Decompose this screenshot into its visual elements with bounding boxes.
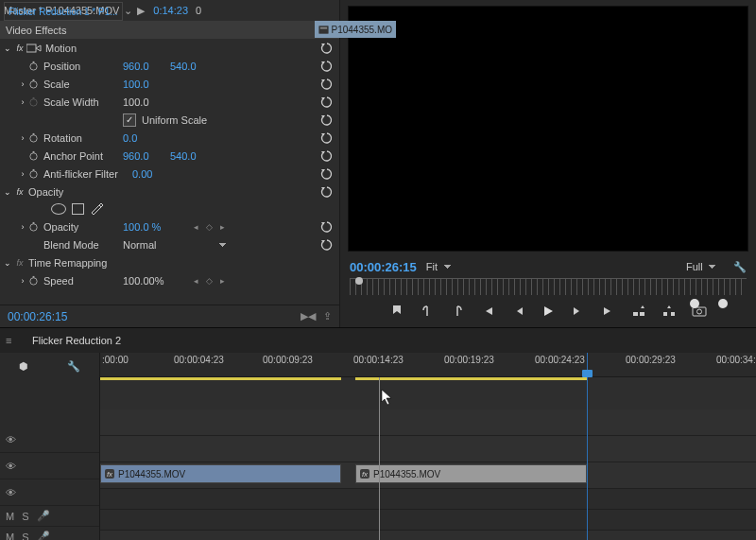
collapse-icon[interactable]: ⌄	[2, 258, 13, 268]
reset-icon[interactable]	[320, 185, 334, 199]
eye-icon[interactable]: 👁	[6, 487, 19, 498]
sequence-name[interactable]: Flicker Reduction 2	[32, 335, 121, 346]
video-track-v2[interactable]	[100, 436, 756, 462]
reset-icon[interactable]	[320, 60, 334, 73]
scale-value[interactable]: 100.0	[123, 78, 170, 90]
reset-icon[interactable]	[320, 78, 334, 91]
stopwatch-icon[interactable]	[28, 150, 42, 161]
expand-icon[interactable]: ›	[17, 276, 28, 286]
solo-toggle[interactable]: S	[22, 531, 28, 541]
collapse-icon[interactable]: ⌄	[2, 44, 13, 53]
mute-toggle[interactable]: M	[6, 531, 14, 541]
go-to-in-icon[interactable]	[479, 303, 496, 320]
video-track-v3[interactable]	[100, 409, 756, 436]
reset-icon[interactable]	[320, 149, 334, 163]
mute-toggle[interactable]: M	[6, 511, 14, 522]
ellipse-mask-icon[interactable]	[51, 203, 66, 215]
video-track-v1[interactable]: fx P1044355.MOV fx P1044355.MOV	[100, 462, 756, 489]
timeline-clip[interactable]: fx P1044355.MOV	[355, 464, 587, 483]
audio-track-header-a2[interactable]: M S 🎤	[0, 527, 99, 540]
header-timecode[interactable]: 0:14:23	[153, 5, 188, 16]
export-icon[interactable]: ⇪	[323, 310, 332, 322]
rotation-value[interactable]: 0.0	[123, 132, 170, 144]
speed-value[interactable]: 100.00%	[123, 275, 189, 287]
mic-icon[interactable]: 🎤	[37, 510, 50, 522]
eye-icon[interactable]: 👁	[6, 434, 19, 445]
settings-icon[interactable]: 🔧	[67, 360, 80, 373]
stopwatch-icon[interactable]	[28, 275, 42, 286]
expand-icon[interactable]: ›	[17, 222, 28, 232]
lift-icon[interactable]	[630, 303, 647, 320]
audio-track-a1[interactable]	[100, 489, 756, 510]
timeline-clip[interactable]: fx P1044355.MOV	[100, 464, 341, 483]
step-back-icon[interactable]	[509, 303, 526, 320]
timeline-tracks-area[interactable]: :00:00 00:00:04:23 00:00:09:23 00:00:14:…	[100, 353, 756, 540]
program-viewer[interactable]	[348, 6, 748, 252]
position-y-value[interactable]: 540.0	[170, 61, 217, 72]
chevron-down-icon[interactable]: ⌄	[123, 5, 132, 17]
expand-icon[interactable]: ›	[17, 133, 28, 143]
solo-toggle[interactable]: S	[22, 511, 28, 522]
wrench-icon[interactable]: 🔧	[733, 261, 747, 273]
timeline-ruler[interactable]: :00:00 00:00:04:23 00:00:09:23 00:00:14:…	[100, 353, 756, 377]
play-icon[interactable]	[540, 303, 557, 320]
prev-keyframe-icon[interactable]: ◂	[189, 276, 202, 286]
antiflicker-value[interactable]: 0.00	[132, 168, 180, 180]
zoom-select[interactable]: Fit	[426, 261, 452, 272]
panel-menu-icon[interactable]: ≡	[6, 335, 21, 346]
go-to-out-icon[interactable]	[600, 303, 617, 320]
time-remapping-row[interactable]: ⌄ fx Time Remapping	[0, 253, 339, 271]
eye-icon[interactable]: 👁	[6, 461, 19, 472]
audio-track-a2[interactable]	[100, 510, 756, 531]
reset-icon[interactable]	[320, 131, 334, 145]
extract-icon[interactable]	[661, 303, 678, 320]
rectangle-mask-icon[interactable]	[72, 203, 84, 215]
playhead-handle-icon[interactable]	[355, 277, 363, 285]
resolution-select[interactable]: Full	[686, 261, 716, 272]
next-keyframe-icon[interactable]: ▸	[215, 276, 229, 286]
audio-track-header-a1[interactable]: M S 🎤	[0, 506, 99, 527]
stopwatch-icon[interactable]	[28, 61, 42, 71]
monitor-ruler[interactable]	[350, 278, 747, 295]
video-track-header-v3[interactable]: 👁	[0, 427, 99, 453]
timeline-playhead[interactable]	[587, 353, 588, 540]
reset-icon[interactable]	[320, 113, 334, 127]
reset-icon[interactable]	[320, 220, 334, 234]
stopwatch-icon[interactable]	[28, 132, 42, 143]
reset-icon[interactable]	[320, 42, 334, 55]
reset-icon[interactable]	[320, 96, 334, 109]
next-keyframe-icon[interactable]: ▸	[215, 222, 229, 232]
collapse-icon[interactable]: ⌄	[2, 187, 13, 197]
video-track-header-v1[interactable]: 👁	[0, 479, 99, 506]
fx-badge-icon[interactable]: fx	[13, 187, 26, 197]
step-forward-icon[interactable]	[570, 303, 587, 320]
add-keyframe-icon[interactable]: ◇	[202, 222, 215, 232]
stopwatch-icon[interactable]	[28, 168, 42, 179]
expand-icon[interactable]: ›	[17, 169, 28, 179]
active-clip-label[interactable]: Flicker Reduction 1 * P1...	[4, 2, 123, 21]
reset-icon[interactable]	[320, 238, 334, 252]
fx-badge-icon[interactable]: fx	[13, 44, 26, 53]
mark-out-icon[interactable]	[449, 303, 466, 320]
anchor-x-value[interactable]: 960.0	[123, 150, 170, 162]
zoom-handles[interactable]	[690, 299, 728, 308]
reset-icon[interactable]	[320, 167, 334, 181]
play-icon[interactable]: ▶	[136, 5, 146, 17]
prev-keyframe-icon[interactable]: ◂	[189, 222, 202, 232]
anchor-y-value[interactable]: 540.0	[170, 150, 217, 162]
opacity-section-row[interactable]: ⌄ fx Opacity	[0, 183, 339, 200]
blend-mode-select[interactable]: Normal	[123, 239, 227, 251]
opacity-value[interactable]: 100.0 %	[123, 221, 189, 233]
marker-icon[interactable]	[388, 303, 405, 320]
mark-in-icon[interactable]	[419, 303, 436, 320]
motion-row[interactable]: ⌄ fx Motion	[0, 39, 339, 57]
snap-icon[interactable]: ⬢	[19, 360, 28, 373]
footer-timecode[interactable]: 00:00:26:15	[8, 310, 67, 323]
uniform-scale-checkbox[interactable]	[123, 113, 136, 127]
stopwatch-icon[interactable]	[28, 78, 42, 89]
stopwatch-icon[interactable]	[28, 221, 42, 232]
expand-icon[interactable]: ›	[17, 79, 28, 89]
video-track-header-v2[interactable]: 👁	[0, 453, 99, 479]
mic-icon[interactable]: 🎤	[37, 531, 50, 540]
add-keyframe-icon[interactable]: ◇	[202, 276, 215, 286]
